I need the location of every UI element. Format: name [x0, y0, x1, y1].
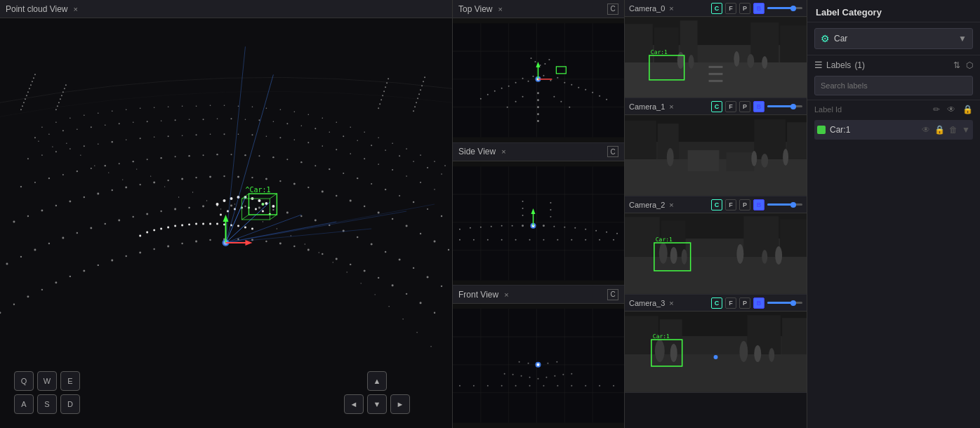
camera-2-btn-f[interactable]: F: [725, 199, 736, 210]
arrow-up-key[interactable]: ▲: [367, 371, 387, 391]
point-cloud-viewport[interactable]: ^Car:1 Q W E A S D ▲ ◄ ▼: [0, 18, 452, 428]
svg-point-57: [413, 161, 414, 162]
camera-3-btn-f[interactable]: F: [725, 297, 736, 309]
arrow-left-key[interactable]: ◄: [344, 394, 364, 414]
svg-point-515: [736, 244, 743, 264]
camera-2-btn-c[interactable]: C: [711, 199, 722, 210]
label-row-actions: 👁 🔒 🗑 ▼: [922, 125, 970, 135]
camera-3-close[interactable]: ×: [669, 299, 673, 307]
filter-icon[interactable]: ⬡: [966, 60, 973, 70]
camera-3-btn-c[interactable]: C: [711, 297, 722, 309]
camera-0-btn-f[interactable]: F: [725, 3, 736, 14]
svg-point-24: [378, 137, 379, 138]
top-view-icon-btn[interactable]: C: [607, 4, 618, 15]
svg-point-375: [537, 106, 539, 108]
camera-0-btn-p[interactable]: P: [739, 3, 750, 14]
svg-point-180: [385, 251, 386, 253]
camera-0-btn-b[interactable]: B: [753, 3, 764, 14]
svg-point-293: [216, 223, 218, 225]
camera-3-btn-b[interactable]: B: [753, 297, 764, 309]
svg-point-273: [413, 110, 414, 112]
key-w[interactable]: W: [37, 371, 57, 391]
camera-2-close[interactable]: ×: [669, 201, 673, 209]
label-name: Car:1: [830, 125, 918, 135]
label-category-title: Label Category: [816, 7, 882, 18]
svg-rect-482: [709, 66, 723, 68]
camera-1-btn-b[interactable]: B: [753, 101, 764, 112]
svg-point-349: [543, 75, 544, 76]
camera-0-close[interactable]: ×: [669, 4, 673, 13]
search-input[interactable]: [821, 81, 967, 90]
camera-2-panel: Camera_2 × C F P B: [625, 196, 807, 295]
svg-point-133: [181, 178, 183, 180]
point-cloud-close[interactable]: ×: [74, 5, 78, 13]
camera-1-close[interactable]: ×: [669, 102, 673, 111]
svg-point-368: [539, 65, 541, 66]
svg-point-206: [293, 246, 295, 247]
list-icon: ☰: [814, 60, 823, 70]
camera-3-btn-p[interactable]: P: [739, 297, 750, 309]
svg-point-20: [322, 117, 323, 119]
svg-point-167: [202, 206, 204, 208]
svg-point-463: [501, 385, 503, 387]
key-q[interactable]: Q: [14, 371, 34, 391]
svg-point-128: [112, 189, 113, 191]
key-d[interactable]: D: [60, 394, 80, 414]
camera-0-btn-c[interactable]: C: [711, 3, 722, 14]
svg-point-141: [293, 183, 296, 185]
svg-point-290: [195, 223, 197, 225]
front-view-content[interactable]: [453, 304, 624, 428]
camera-2-btn-p[interactable]: P: [739, 199, 750, 210]
svg-point-489: [762, 56, 767, 69]
svg-point-131: [153, 182, 155, 184]
delete-icon[interactable]: 🗑: [949, 125, 958, 135]
camera-1-btn-p[interactable]: P: [739, 101, 750, 112]
svg-rect-476: [625, 24, 653, 62]
svg-line-323: [226, 74, 274, 243]
point-cloud-panel: Point cloud View ×: [0, 0, 453, 428]
camera-3-slider[interactable]: [767, 302, 802, 304]
label-row[interactable]: Car:1 👁 🔒 🗑 ▼: [814, 120, 973, 140]
key-s[interactable]: S: [37, 394, 57, 414]
camera-strip: Camera_0 × C F P B: [625, 0, 807, 428]
camera-1-slider[interactable]: [767, 105, 802, 107]
svg-point-218: [52, 146, 53, 147]
key-e[interactable]: E: [60, 371, 80, 391]
key-a[interactable]: A: [14, 394, 34, 414]
svg-point-272: [388, 78, 389, 79]
side-view-close[interactable]: ×: [501, 147, 505, 156]
camera-1-btn-f[interactable]: F: [725, 101, 736, 112]
side-view-icon-btn[interactable]: C: [607, 146, 618, 157]
visibility-off-icon[interactable]: 👁: [922, 125, 930, 135]
camera-0-slider[interactable]: [767, 7, 802, 9]
top-view-close[interactable]: ×: [498, 5, 502, 13]
arrow-down-key[interactable]: ▼: [367, 394, 387, 414]
camera-2-btn-b[interactable]: B: [753, 199, 764, 210]
svg-point-263: [64, 88, 65, 89]
svg-point-383: [569, 107, 570, 108]
svg-point-122: [27, 215, 29, 217]
svg-point-19: [308, 114, 310, 115]
lock-icon[interactable]: 🔒: [934, 125, 945, 135]
camera-2-slider[interactable]: [767, 203, 802, 206]
svg-line-320: [226, 229, 372, 243]
front-view-icon-btn[interactable]: C: [607, 289, 618, 300]
svg-point-183: [427, 276, 429, 278]
camera-1-btn-c[interactable]: C: [711, 101, 722, 112]
svg-point-275: [416, 102, 417, 103]
arrow-right-key[interactable]: ►: [390, 394, 410, 414]
svg-point-377: [537, 120, 539, 122]
sort-icon[interactable]: ⇅: [953, 60, 960, 70]
front-view-close[interactable]: ×: [504, 290, 508, 299]
labels-text: Labels: [826, 60, 851, 70]
svg-point-80: [307, 142, 309, 143]
svg-point-27: [420, 154, 421, 156]
category-dropdown[interactable]: ⚙ Car ▼: [814, 28, 973, 49]
svg-point-114: [357, 178, 358, 179]
camera-0-panel: Camera_0 × C F P B: [625, 0, 807, 98]
svg-point-308: [220, 214, 222, 216]
more-icon[interactable]: ▼: [962, 125, 970, 135]
svg-point-117: [399, 195, 400, 196]
side-view-content[interactable]: [453, 161, 624, 286]
top-view-content[interactable]: [453, 18, 624, 142]
